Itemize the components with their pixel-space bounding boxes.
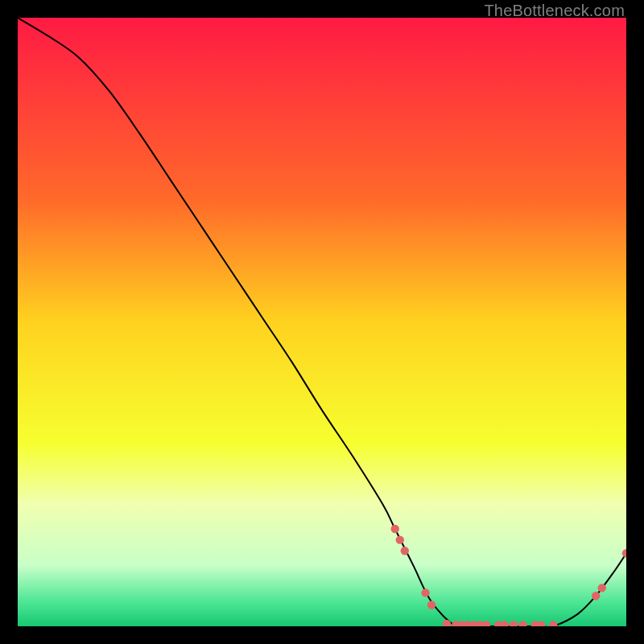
gradient-background (18, 18, 626, 626)
bottleneck-chart (18, 18, 626, 626)
data-marker (592, 592, 600, 600)
data-marker (427, 601, 436, 609)
chart-frame (18, 18, 626, 626)
data-marker (401, 547, 409, 555)
data-marker (391, 525, 399, 533)
data-marker (598, 584, 606, 592)
data-marker (421, 588, 429, 597)
data-marker (396, 535, 404, 543)
